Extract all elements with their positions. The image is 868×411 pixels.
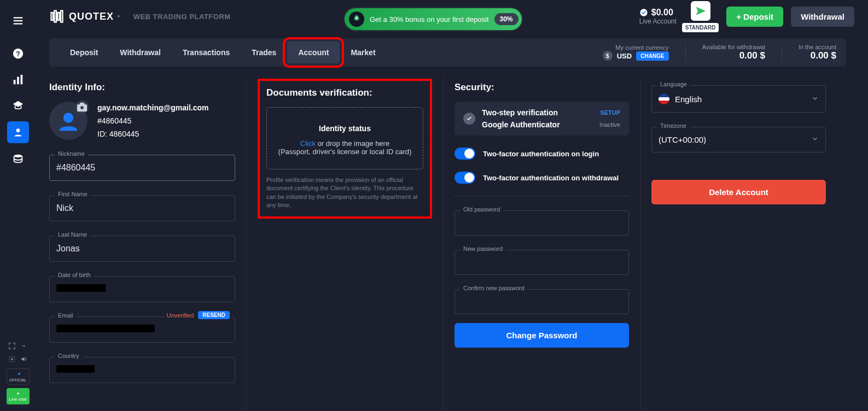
dob-input[interactable] — [49, 276, 235, 302]
tab-trades[interactable]: Trades — [241, 42, 287, 63]
in-account-value: 0.00 $ — [799, 50, 836, 61]
upload-after: or drop the image here — [316, 139, 389, 148]
delete-account-button[interactable]: Delete Account — [651, 180, 826, 204]
email-label: Email — [55, 312, 77, 319]
setup-link[interactable]: SETUP — [599, 109, 620, 116]
language-value: English — [675, 95, 702, 104]
confirm-password-label: Confirm new password — [460, 285, 528, 291]
change-password-button[interactable]: Change Password — [455, 323, 629, 348]
svg-point-10 — [11, 358, 13, 360]
promo-text: Get a 30% bonus on your first deposit — [370, 15, 489, 24]
livechat-label: Live chat — [9, 397, 26, 402]
svg-rect-6 — [17, 77, 19, 85]
first-name-label: First Name — [55, 191, 91, 197]
docs-title: Documents verification: — [266, 87, 423, 98]
resend-button[interactable]: RESEND — [198, 311, 230, 319]
arrow-icon[interactable] — [20, 342, 28, 352]
svg-point-20 — [80, 106, 84, 109]
svg-rect-13 — [54, 11, 56, 22]
tab-market[interactable]: Market — [340, 42, 386, 63]
gear-icon[interactable] — [8, 355, 16, 365]
rocket-icon — [349, 11, 364, 27]
svg-rect-15 — [61, 11, 63, 22]
identity-title: Identity Info: — [49, 82, 235, 93]
education-icon[interactable] — [7, 95, 29, 117]
in-account-label: In the account — [799, 44, 836, 50]
currency-label: My current currency — [603, 44, 669, 51]
svg-rect-12 — [51, 13, 54, 20]
toggle-withdrawal-label: Two-factor authentication on withdrawal — [483, 174, 619, 182]
tab-transactions[interactable]: Transactions — [172, 42, 241, 63]
change-currency-button[interactable]: CHANGE — [636, 51, 668, 61]
upload-dropzone[interactable]: Identity status Click or drop the image … — [266, 107, 423, 169]
last-name-input[interactable]: Jonas — [49, 236, 235, 262]
unverified-badge: Unverified — [167, 312, 194, 319]
official-box[interactable]: OFFICIAL — [7, 368, 30, 385]
check-circle-icon — [463, 113, 475, 125]
toggle-withdrawal[interactable] — [455, 172, 475, 184]
timezone-value: (UTC+00:00) — [659, 135, 706, 144]
sound-icon[interactable] — [20, 355, 28, 365]
tab-deposit[interactable]: Deposit — [59, 42, 109, 63]
new-password-label: New password — [460, 245, 506, 252]
brand-name: QUOTEX — [69, 11, 114, 22]
currency-symbol: $ — [603, 51, 613, 61]
withdrawal-button[interactable]: Withdrawal — [791, 7, 854, 27]
email-input[interactable] — [49, 316, 235, 343]
svg-point-17 — [356, 17, 358, 19]
camera-icon[interactable] — [75, 101, 89, 114]
promo-rate: 30% — [494, 13, 519, 25]
balance-amount: $0.00 — [651, 8, 673, 17]
help-icon[interactable]: ? — [7, 43, 29, 64]
confirm-password-input[interactable] — [455, 289, 629, 314]
two-step-title: Two-step verification — [482, 108, 593, 117]
svg-point-8 — [16, 128, 20, 132]
livechat-box[interactable]: Live chat — [7, 388, 30, 404]
docs-note: Profile verification means the provision… — [266, 176, 423, 210]
country-input[interactable] — [49, 357, 235, 383]
svg-rect-14 — [57, 13, 60, 20]
toggle-login-label: Two-factor authentication on login — [483, 150, 599, 158]
standard-badge: STANDARD — [682, 23, 719, 32]
svg-point-18 — [63, 113, 73, 122]
security-title: Security: — [455, 82, 629, 93]
timezone-select[interactable]: (UTC+00:00) — [651, 127, 826, 152]
currency-code: USD — [617, 52, 632, 60]
upload-title: Identity status — [278, 124, 412, 133]
brand-sub: WEB TRADING PLATFORM — [133, 13, 231, 21]
tab-withdrawal[interactable]: Withdrawal — [109, 42, 172, 63]
nickname-input[interactable]: #4860445 — [49, 155, 235, 181]
chart-icon[interactable] — [7, 69, 29, 91]
identity-tag: #4860445 — [97, 115, 208, 128]
expand-icon[interactable] — [8, 342, 16, 352]
dob-label: Date of birth — [55, 272, 94, 278]
available-value: 0.00 $ — [702, 50, 765, 61]
svg-text:?: ? — [16, 50, 20, 58]
first-name-input[interactable]: Nick — [49, 195, 235, 221]
language-label: Language — [657, 81, 690, 87]
profile-icon[interactable] — [7, 121, 29, 143]
upload-hint: (Passport, driver's license or local ID … — [278, 148, 412, 156]
menu-icon[interactable] — [7, 10, 29, 32]
chevron-down-icon — [811, 95, 819, 104]
tab-account[interactable]: Account — [287, 42, 340, 63]
country-label: Country — [55, 353, 83, 359]
language-select[interactable]: English — [651, 85, 826, 113]
upload-click-link[interactable]: Click — [300, 139, 316, 148]
inactive-label: Inactive — [599, 121, 620, 128]
deposit-button[interactable]: + Deposit — [726, 7, 783, 27]
toggle-login[interactable] — [455, 148, 475, 160]
identity-email: gay.now.matching@gmail.com — [97, 102, 208, 115]
logo[interactable]: QUOTEX — [49, 9, 114, 24]
available-label: Available for withdrawal — [702, 44, 765, 50]
old-password-label: Old password — [460, 206, 503, 213]
new-password-input[interactable] — [455, 250, 629, 275]
identity-id: ID: 4860445 — [97, 128, 208, 141]
send-icon[interactable] — [691, 1, 710, 21]
cash-icon[interactable] — [7, 148, 29, 169]
avatar[interactable] — [49, 102, 88, 140]
promo-banner[interactable]: Get a 30% bonus on your first deposit 30… — [345, 8, 522, 30]
old-password-input[interactable] — [455, 210, 629, 236]
chevron-down-icon — [811, 135, 819, 144]
official-label: OFFICIAL — [9, 378, 27, 382]
